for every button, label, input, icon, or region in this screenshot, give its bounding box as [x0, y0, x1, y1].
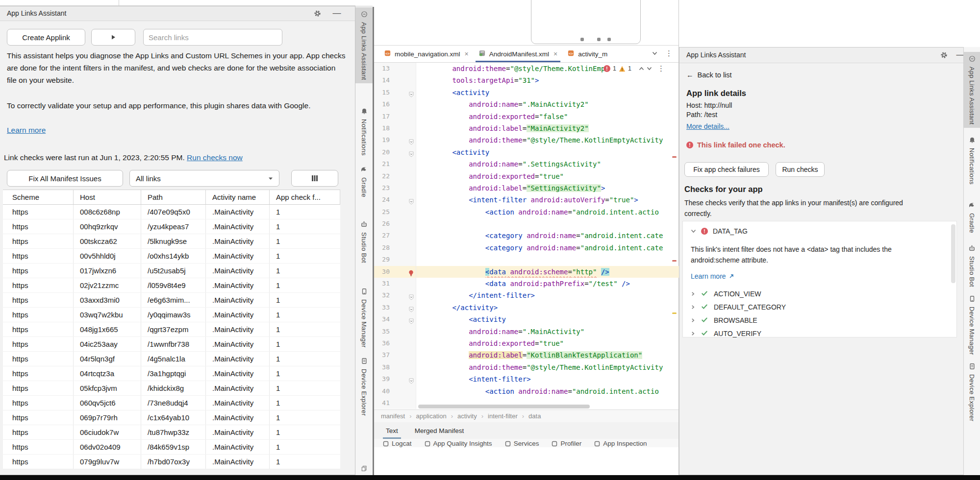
col-appcheck[interactable]: App check f...	[270, 190, 340, 204]
learn-more-link[interactable]: Learn more	[7, 126, 46, 135]
stripe-item-gradle[interactable]: Gradle	[964, 198, 980, 237]
bottom-stripe-item[interactable]: Logcat	[383, 439, 412, 447]
code-line-23[interactable]: 23 android:label="SettingsActivity">	[374, 182, 679, 194]
table-row[interactable]: https 03wq7w2kbu /y0qqimaw3s .MainActivi…	[3, 308, 340, 322]
table-row[interactable]: https 04rtcqtz3a /3a1hgptqgi .MainActivi…	[3, 366, 340, 381]
horizontal-scrollbar[interactable]	[418, 405, 590, 408]
table-row[interactable]: https 048jg1x665 /qgrt37ezpm .MainActivi…	[3, 322, 340, 337]
gutter[interactable]: 25	[374, 206, 416, 218]
gutter[interactable]: 27	[374, 230, 416, 241]
code-line-25[interactable]: 25 <action android:name="android.intent.…	[374, 206, 679, 218]
table-row[interactable]: https 017jwlxzn6 /u5t2usab5j .MainActivi…	[3, 264, 340, 278]
bottom-stripe-item[interactable]: Profiler	[552, 439, 581, 447]
gear-icon[interactable]	[312, 8, 323, 19]
gutter[interactable]: 20	[374, 146, 416, 158]
code-line-39[interactable]: 39 <intent-filter>	[374, 373, 679, 385]
gutter[interactable]: 14	[374, 74, 416, 86]
code-line-26[interactable]: 26	[374, 218, 679, 230]
gutter[interactable]: 26	[374, 218, 416, 230]
configure-columns-button[interactable]	[291, 170, 338, 187]
code-line-16[interactable]: 16 android:name=".MainActivity2"	[374, 98, 679, 110]
passed-check-auto_verify[interactable]: AUTO_VERIFY	[691, 330, 761, 337]
code-line-22[interactable]: 22 android:exported="true"	[374, 170, 679, 182]
gutter[interactable]: 31	[374, 278, 416, 289]
gutter[interactable]: 15	[374, 87, 416, 98]
col-path[interactable]: Path	[141, 190, 206, 204]
table-row[interactable]: https 05kfcp3jvm /khidckix8g .MainActivi…	[3, 381, 340, 396]
links-filter-dropdown[interactable]: All links	[129, 170, 279, 187]
code-line-21[interactable]: 21 android:name=".SettingsActivity"	[374, 158, 679, 170]
col-scheme[interactable]: Scheme	[3, 190, 74, 204]
more-details-link[interactable]: More details...	[686, 122, 729, 130]
bottom-stripe-item[interactable]: App Inspection	[594, 439, 647, 447]
panel-titlebar[interactable]: App Links Assistant —	[0, 6, 355, 21]
gutter[interactable]: 19	[374, 134, 416, 146]
gutter[interactable]: 39	[374, 373, 416, 385]
breadcrumb-item[interactable]: intent-filter	[477, 412, 518, 420]
run-checks-now-link[interactable]: Run checks now	[187, 153, 243, 162]
gutter[interactable]: 35	[374, 326, 416, 337]
table-row[interactable]: https 00hq9zrkqv /yzu4kpeas7 .MainActivi…	[3, 219, 340, 234]
table-row[interactable]: https 079g9luv7w /h7bd07ox3y .MainActivi…	[3, 455, 340, 469]
code-line-31[interactable]: 31 <data android:pathPrefix="/test" />	[374, 278, 679, 289]
table-row[interactable]: https 008c6z68np /407e09q5x0 .MainActivi…	[3, 205, 340, 219]
gutter[interactable]: 36	[374, 337, 416, 349]
table-row[interactable]: https 069p7r79rh /c1x64yab10 .MainActivi…	[3, 410, 340, 425]
learn-more-link[interactable]: Learn more	[691, 272, 726, 280]
table-row[interactable]: https 06ciudok7w /tu87hwp33z .MainActivi…	[3, 425, 340, 440]
chevron-down-icon[interactable]	[652, 51, 657, 55]
code-line-15[interactable]: 15 <activity	[374, 87, 679, 98]
stripe-item-notifications[interactable]: Notifications	[355, 104, 373, 159]
col-activity[interactable]: Activity name	[206, 190, 270, 204]
stripe-item-device-explorer[interactable]: Device Explorer	[355, 354, 373, 419]
code-line-34[interactable]: 34 <activity	[374, 313, 679, 325]
play-button[interactable]	[91, 29, 135, 46]
stripe-item-app-links-assistant[interactable]: App Links Assistant	[964, 52, 980, 128]
failed-check-row[interactable]: ! DATA_TAG	[691, 227, 748, 235]
stripe-item-device-manager[interactable]: Device Manager	[964, 292, 980, 359]
stripe-item-app-links-assistant[interactable]: App Links Assistant	[355, 7, 373, 83]
stripe-item-studio-bot[interactable]: Studio Bot	[355, 217, 373, 266]
close-icon[interactable]: ×	[465, 50, 469, 58]
table-row[interactable]: https 03axxd3mi0 /e6g63mim... .MainActiv…	[3, 293, 340, 308]
code-line-18[interactable]: 18 android:label="MainActivity2"	[374, 122, 679, 134]
code-line-38[interactable]: 38 android:theme="@style/Theme.KotlinEmp…	[374, 361, 679, 373]
table-row[interactable]: https 02jv21zzmc /l059v8t4e9 .MainActivi…	[3, 278, 340, 293]
col-host[interactable]: Host	[74, 190, 141, 204]
stripe-item-device-explorer[interactable]: Device Explorer	[964, 360, 980, 425]
bottom-tab-text[interactable]: Text	[386, 422, 398, 439]
gutter[interactable]: 17	[374, 111, 416, 122]
code-line-27[interactable]: 27 <category android:name="android.inten…	[374, 230, 679, 241]
gutter[interactable]: 28	[374, 242, 416, 254]
breadcrumb-item[interactable]: manifest	[381, 412, 405, 420]
gutter[interactable]: 13	[374, 63, 416, 74]
editor-tab-mobile_navigation.xml[interactable]: <>mobile_navigation.xml×	[379, 46, 474, 62]
stripe-item-studio-bot[interactable]: Studio Bot	[964, 241, 980, 290]
gutter[interactable]: 38	[374, 361, 416, 373]
code-line-35[interactable]: 35 android:name=".MainActivity"	[374, 326, 679, 337]
gear-icon[interactable]	[938, 49, 949, 60]
breadcrumb-item[interactable]: activity	[447, 412, 477, 420]
code-line-33[interactable]: 33 </activity>	[374, 302, 679, 313]
table-row[interactable]: https 06dv02o409 /84k659v1sp .MainActivi…	[3, 440, 340, 455]
create-applink-button[interactable]: Create Applink	[7, 29, 85, 46]
code-editor[interactable]: 13 android:theme="@style/Theme.KotlinEmp…	[374, 63, 679, 409]
gutter[interactable]: 41	[374, 397, 416, 409]
breadcrumb-item[interactable]: application	[405, 412, 447, 420]
passed-check-action_view[interactable]: ACTION_VIEW	[691, 290, 761, 298]
gutter[interactable]: 30	[374, 266, 416, 278]
gutter[interactable]: 18	[374, 122, 416, 134]
editor-tab-AndroidManifest.xml[interactable]: MFAndroidManifest.xml×	[474, 46, 563, 62]
bottom-stripe-item[interactable]: Services	[505, 439, 539, 447]
gutter[interactable]: 22	[374, 170, 416, 182]
fix-all-manifest-issues-button[interactable]: Fix All Manifest Issues	[7, 170, 123, 187]
warning-stripe-mark[interactable]	[672, 312, 677, 314]
code-line-32[interactable]: 32 </intent-filter>	[374, 289, 679, 301]
breadcrumb-item[interactable]: data	[518, 412, 541, 420]
gutter[interactable]: 16	[374, 98, 416, 110]
gutter[interactable]: 33	[374, 302, 416, 313]
code-line-14[interactable]: 14 tools:targetApi="31">	[374, 74, 679, 86]
stripe-item-device-manager[interactable]: Device Manager	[355, 285, 373, 351]
error-stripe-mark[interactable]	[672, 260, 677, 262]
table-row[interactable]: https 060qv5jct6 /73ne8udqj4 .MainActivi…	[3, 396, 340, 410]
